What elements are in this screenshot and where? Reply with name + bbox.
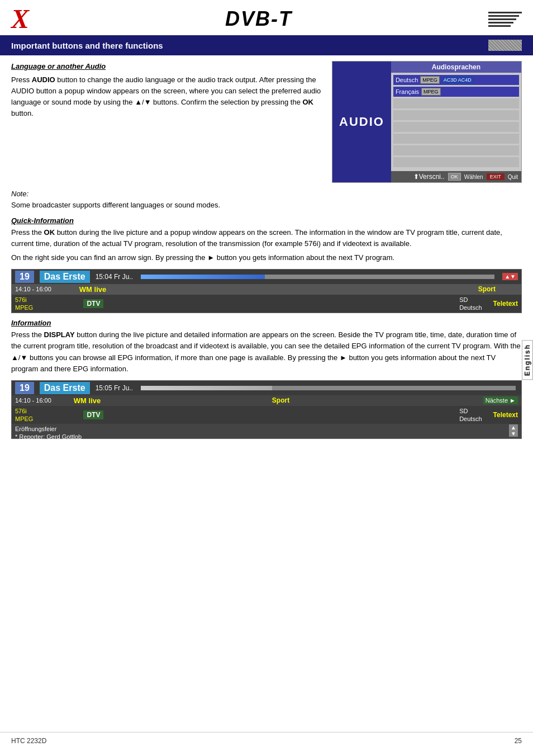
progress-bar-1 (141, 275, 494, 279)
tv-row1-2: 19 Das Erste 15:05 Fr Ju.. (12, 381, 521, 395)
audio-row-empty-3 (393, 122, 519, 132)
channel-number-2: 19 (15, 382, 34, 394)
quick-info-body2: On the right side you can find an arrow … (11, 252, 522, 263)
tv-row1: 19 Das Erste 15:04 Fr Ju.. ▲▼ (12, 270, 521, 284)
information-section: Information Press the DISPLAY button dur… (11, 319, 522, 375)
information-title: Information (11, 319, 522, 327)
main-content: Language or another Audio Press AUDIO bu… (0, 55, 533, 450)
scroll-up[interactable]: ▲ (509, 424, 518, 431)
tv-dtv-2: DTV (83, 410, 103, 419)
section-title: Important buttons and there functions (11, 41, 163, 50)
audio-footer-wahlen: Wählen (464, 174, 483, 180)
note-label: Note: (11, 190, 28, 198)
lang-deutsch: Deutsch (396, 77, 418, 83)
note-section: Note: Some broadcaster supports differen… (11, 188, 522, 211)
progress-fill-2 (141, 386, 272, 390)
tv-time-1: 15:04 Fr Ju.. (96, 273, 133, 281)
audio-footer: ⬆Verscni.. OK Wählen EXIT Quit (391, 171, 521, 182)
audio-row-empty-6 (393, 157, 519, 167)
nachste-button[interactable]: Nächste ► (483, 396, 518, 404)
tv-info-bar-2: 19 Das Erste 15:05 Fr Ju.. 14:10 - 16:00… (11, 380, 522, 440)
tv-sport-2: Sport (272, 396, 289, 404)
progress-fill-1 (141, 275, 265, 279)
tv-resolution-1: 576iMPEG (15, 296, 33, 312)
badge-mpeg1: MPEG (420, 76, 440, 84)
scroll-down[interactable]: ▼ (509, 431, 518, 437)
decorative-lines (488, 12, 522, 27)
audio-footer-exit: EXIT (487, 173, 505, 180)
tv-row5: 576iMPEG DTV SDDeutsch Teletext (12, 406, 521, 424)
tv-sd-1: SDDeutsch (459, 296, 482, 312)
tv-row4: 14:10 - 16:00 WM live Sport Nächste ► (12, 395, 521, 406)
badge-ac3d: AC3D AC4D (442, 77, 473, 83)
audio-content: Audiosprachen Deutsch MPEG AC3D AC4D Fra… (391, 62, 521, 182)
information-body: Press the DISPLAY button during the live… (11, 329, 522, 375)
signal-badge-1: ▲▼ (502, 273, 518, 280)
tv-resolution-2: 576iMPEG (15, 407, 33, 423)
channel-name-1: Das Erste (40, 271, 90, 283)
badge-mpeg2: MPEG (421, 88, 441, 96)
tv-sport-1: Sport (478, 285, 496, 293)
extra-row-2: * Reporter: Gerd Gottlob (15, 433, 518, 440)
progress-bar-2 (141, 386, 516, 390)
tv-teletext-2: Teletext (493, 411, 518, 419)
tv-info-bar-1: 19 Das Erste 15:04 Fr Ju.. ▲▼ 14:10 - 16… (11, 269, 522, 314)
page-title: DVB-T (40, 7, 477, 31)
audio-footer-ok: OK (448, 173, 461, 181)
audio-section-title: Language or another Audio (11, 61, 326, 72)
note-text: Note: Some broadcaster supports differen… (11, 188, 522, 211)
quick-info-body1: Press the OK button during the live pict… (11, 227, 522, 249)
audio-footer-arrow: ⬆Verscni.. (413, 173, 445, 181)
audio-popup-area: AUDIO Audiosprachen Deutsch MPEG AC3D AC… (332, 61, 522, 183)
tv-extra-info: Eröffnungsfeier * Reporter: Gerd Gottlob… (12, 424, 521, 438)
scroll-arrows: ▲ ▼ (509, 424, 518, 437)
header-pattern (488, 40, 522, 51)
audio-row-empty-5 (393, 145, 519, 155)
audio-row-empty-4 (393, 134, 519, 144)
section-header-bar: Important buttons and there functions (0, 35, 533, 55)
tv-time-2: 15:05 Fr Ju.. (96, 384, 133, 392)
audio-text-area: Language or another Audio Press AUDIO bu… (11, 61, 326, 183)
tv-row3: 576iMPEG DTV SDDeutsch Teletext (12, 295, 521, 313)
tv-duration-2: 14:10 - 16:00 (15, 397, 51, 404)
tv-row2: 14:10 - 16:00 WM live Sport (12, 284, 521, 295)
tv-wmlive-2: WM live (74, 396, 101, 405)
audio-row-empty-1 (393, 98, 519, 108)
logo-x: X (11, 6, 29, 32)
tv-duration-1: 14:10 - 16:00 (15, 286, 51, 292)
audio-row-francais: Français MPEG (393, 87, 519, 97)
channel-name-2: Das Erste (40, 382, 90, 394)
tv-sd-2: SDDeutsch (459, 407, 482, 423)
note-body: Some broadcaster supports different lang… (11, 201, 220, 209)
extra-row-1: Eröffnungsfeier (15, 426, 518, 432)
lang-francais: Français (396, 88, 419, 95)
audio-section: Language or another Audio Press AUDIO bu… (11, 61, 522, 183)
audio-label: AUDIO (332, 62, 391, 182)
footer: HTC 2232D 25 (0, 732, 533, 745)
audio-footer-quit: Quit (508, 174, 518, 180)
quick-info-section: Quick-Information Press the OK button du… (11, 216, 522, 263)
tv-dtv-1: DTV (83, 299, 103, 308)
english-tab: English (522, 340, 533, 380)
audio-popup-title: Audiosprachen (391, 62, 521, 73)
channel-number-1: 19 (15, 271, 34, 283)
audio-rows: Deutsch MPEG AC3D AC4D Français MPEG (391, 73, 521, 171)
audio-popup-inner: AUDIO Audiosprachen Deutsch MPEG AC3D AC… (332, 62, 521, 182)
audio-popup: AUDIO Audiosprachen Deutsch MPEG AC3D AC… (332, 61, 522, 183)
footer-page: 25 (515, 737, 522, 745)
audio-row-empty-2 (393, 110, 519, 120)
quick-info-title: Quick-Information (11, 216, 522, 225)
audio-row-deutsch: Deutsch MPEG AC3D AC4D (393, 75, 519, 85)
top-area: X DVB-T (0, 0, 533, 32)
tv-wmlive-1: WM live (79, 285, 106, 294)
tv-teletext-1: Teletext (493, 300, 518, 308)
audio-body-text: Press AUDIO button to change the audio l… (11, 74, 326, 120)
footer-model: HTC 2232D (11, 737, 46, 745)
